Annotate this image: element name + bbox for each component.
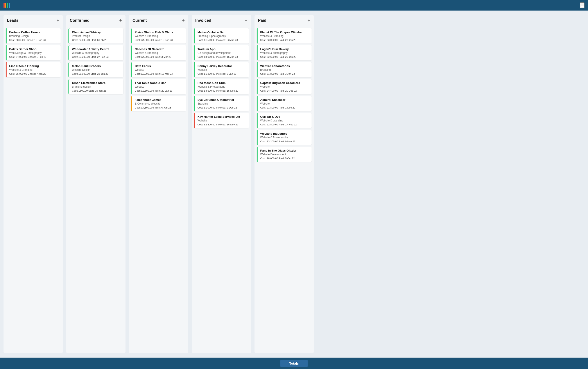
card-title: Weyland Industries <box>260 132 309 135</box>
logo-bar-1 <box>3 3 5 8</box>
card-title: Tradium App <box>197 47 246 51</box>
list-item[interactable]: Admiral SnackbarWebsiteCost: £1,800.00 P… <box>257 96 312 111</box>
list-item[interactable]: Whitewater Activity CentreWebsite & phot… <box>69 45 123 61</box>
card-title: Cheeses Of Nazareth <box>135 47 183 51</box>
list-item[interactable]: Eye Carumba OptometristBrandingCost: £1,… <box>194 96 249 111</box>
card-subtitle: Branding Design <box>9 34 58 38</box>
card-title: Melon Cauli Grocers <box>72 64 121 68</box>
card-meta: Cost: £3,200.00 Start: 27 Feb 23 <box>72 56 121 58</box>
column-title-invoiced: Invoiced <box>195 18 211 23</box>
card-subtitle: Website <box>135 85 183 88</box>
card-meta: Cost: £1,000.00 Invoiced: 2 Dec 22 <box>197 106 246 109</box>
column-title-confirmed: Confirmed <box>70 18 89 23</box>
list-item[interactable]: Falconhoof GamesE-Commerce WebsiteCost: … <box>131 96 186 111</box>
card-meta: Cost: £2,600.00 Paid: 20 Jan 23 <box>260 56 309 58</box>
list-item[interactable]: Pane In The Glass GlazierWebsite Develop… <box>257 147 312 162</box>
card-meta: Cost: £2,400.00 Invoiced: 16 Nov 22 <box>197 123 246 126</box>
card-meta: Cost: £800.00 Chase: 10 Feb 23 <box>9 39 58 41</box>
card-subtitle: Website & photography <box>260 51 309 54</box>
card-meta: Cost: £2,000.00 Start: 6 Feb 23 <box>72 39 121 41</box>
list-item[interactable]: Cafe EchusWebsiteCost: £2,000.00 Finish:… <box>131 62 186 77</box>
card-subtitle: Branding <box>197 102 246 105</box>
bottom-bar: Totals <box>0 358 588 369</box>
list-item[interactable]: Melon Cauli GrocersWebsite DesignCost: £… <box>69 62 123 77</box>
card-subtitle: Website & Branding <box>135 34 183 38</box>
menu-button[interactable]: ☰ <box>580 2 585 8</box>
list-item[interactable]: Olson Electronics StoreBranding designCo… <box>69 79 123 94</box>
column-confirmed: Confirmed+Glenmichael WhiskyProduct Desi… <box>66 15 126 353</box>
card-meta: Cost: £800.00 Start: 10 Jan 23 <box>72 89 121 92</box>
kanban-board: Leads+Fortuna Coffee HouseBranding Desig… <box>3 15 585 353</box>
add-card-button-leads[interactable]: + <box>56 18 59 23</box>
card-meta: Cost: £5,000.00 Start: 23 Jan 23 <box>72 72 121 75</box>
card-subtitle: Website & Photography <box>197 85 246 88</box>
card-meta: Cost: £4,000.00 Chase: 1 Feb 23 <box>9 56 58 58</box>
card-title: Red Moss Golf Club <box>197 81 246 84</box>
card-meta: Cost: £2,500.00 Finish: 20 Jan 23 <box>135 89 183 92</box>
top-bar: ☰ <box>0 0 588 10</box>
card-title: Benny Harvey Decorator <box>197 64 246 68</box>
list-item[interactable]: Melissa's Juice BarBranding & photograph… <box>194 28 249 43</box>
cards-container-current: Plaice Station Fish & ChipsWebsite & Bra… <box>129 26 188 353</box>
card-subtitle: Website & Photography <box>260 136 309 139</box>
card-title: Thai Tanic Noodle Bar <box>135 81 183 84</box>
card-subtitle: Branding & photography <box>197 34 246 38</box>
card-title: Wildfire Laboratories <box>260 64 309 68</box>
list-item[interactable]: Curl Up & DyeWebsite & brandingCost: £2,… <box>257 113 312 128</box>
card-subtitle: Web Design & Photography <box>9 51 58 54</box>
add-card-button-paid[interactable]: + <box>307 18 310 23</box>
cards-container-paid: Planet Of The Grapes WinebarWebsite & Br… <box>255 26 314 353</box>
card-subtitle: Website & Branding <box>260 34 309 38</box>
list-item[interactable]: Tradium AppUX design and developmentCost… <box>194 45 249 61</box>
card-subtitle: Website & branding <box>260 119 309 122</box>
add-card-button-invoiced[interactable]: + <box>245 18 247 23</box>
app-logo <box>3 3 10 8</box>
list-item[interactable]: Glenmichael WhiskyProduct DesignCost: £2… <box>69 28 123 43</box>
card-title: Plaice Station Fish & Chips <box>135 31 183 34</box>
list-item[interactable]: Kay Harker Legal Services LtdWebsiteCost… <box>194 113 249 128</box>
card-subtitle: Website & Branding <box>9 68 58 71</box>
add-card-button-current[interactable]: + <box>182 18 185 23</box>
column-current: Current+Plaice Station Fish & ChipsWebsi… <box>129 15 188 353</box>
list-item[interactable]: Fortuna Coffee HouseBranding DesignCost:… <box>6 28 60 43</box>
column-header-current: Current+ <box>129 15 188 26</box>
card-subtitle: Branding <box>260 68 309 71</box>
column-header-paid: Paid+ <box>255 15 314 26</box>
card-title: Whitewater Activity Centre <box>72 47 121 51</box>
card-title: Dale's Barber Shop <box>9 47 58 51</box>
column-leads: Leads+Fortuna Coffee HouseBranding Desig… <box>3 15 63 353</box>
list-item[interactable]: Planet Of The Grapes WinebarWebsite & Br… <box>257 28 312 43</box>
card-subtitle: Website Design <box>72 68 121 71</box>
card-meta: Cost: £1,800.00 Paid: 3 Jan 23 <box>260 72 309 75</box>
cards-container-invoiced: Melissa's Juice BarBranding & photograph… <box>192 26 251 353</box>
main-content: Leads+Fortuna Coffee HouseBranding Desig… <box>0 10 588 358</box>
logo-bar-4 <box>9 3 10 8</box>
list-item[interactable]: Wildfire LaboratoriesBrandingCost: £1,80… <box>257 62 312 77</box>
list-item[interactable]: Cheeses Of NazarethWebsite & BrandingCos… <box>131 45 186 61</box>
list-item[interactable]: Dale's Barber ShopWeb Design & Photograp… <box>6 45 60 61</box>
card-meta: Cost: £2,800.00 Paid: 17 Nov 22 <box>260 123 309 126</box>
add-card-button-confirmed[interactable]: + <box>119 18 122 23</box>
list-item[interactable]: Lino Ritchie FlooringWebsite & BrandingC… <box>6 62 60 77</box>
list-item[interactable]: Thai Tanic Noodle BarWebsiteCost: £2,500… <box>131 79 186 94</box>
column-invoiced: Invoiced+Melissa's Juice BarBranding & p… <box>192 15 251 353</box>
list-item[interactable]: Plaice Station Fish & ChipsWebsite & Bra… <box>131 28 186 43</box>
cards-container-leads: Fortuna Coffee HouseBranding DesignCost:… <box>3 26 63 353</box>
list-item[interactable]: Captain Dugwash GroomersWebsiteCost: £4,… <box>257 79 312 94</box>
list-item[interactable]: Weyland IndustriesWebsite & PhotographyC… <box>257 130 312 145</box>
card-subtitle: Website & Branding <box>135 51 183 54</box>
list-item[interactable]: Logan's Bun BakeryWebsite & photographyC… <box>257 45 312 61</box>
column-header-invoiced: Invoiced+ <box>192 15 251 26</box>
card-subtitle: Website <box>260 102 309 105</box>
column-title-current: Current <box>133 18 147 23</box>
card-title: Cafe Echus <box>135 64 183 68</box>
list-item[interactable]: Benny Harvey DecoratorWebsiteCost: £1,20… <box>194 62 249 77</box>
card-subtitle: Website <box>197 119 246 122</box>
card-title: Glenmichael Whisky <box>72 31 121 34</box>
totals-button[interactable]: Totals <box>280 360 307 367</box>
card-subtitle: E-Commerce Website <box>135 102 183 105</box>
card-meta: Cost: £1,500.00 Invoiced: 23 Jan 23 <box>197 39 246 41</box>
card-subtitle: Website & photography <box>72 51 121 54</box>
list-item[interactable]: Red Moss Golf ClubWebsite & PhotographyC… <box>194 79 249 94</box>
logo-bar-2 <box>5 3 6 8</box>
